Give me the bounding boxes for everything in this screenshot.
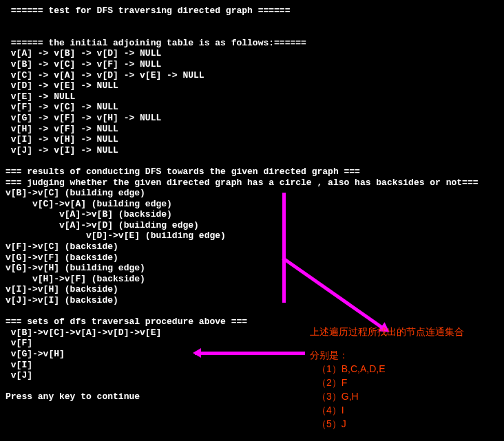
dfs-line: v[C]->v[A] (building edge) bbox=[6, 199, 504, 210]
set-row: v[J] bbox=[6, 370, 504, 381]
annotation-item: （3）G,H bbox=[317, 391, 359, 402]
dfs-line: v[F]->v[C] (backside) bbox=[6, 241, 504, 252]
adj-row: v[H] -> v[F] -> NULL bbox=[6, 124, 504, 135]
adj-header: ====== the initial adjoining table is as… bbox=[6, 38, 504, 49]
adj-row: v[J] -> v[I] -> NULL bbox=[6, 145, 504, 156]
set-row: v[F] bbox=[6, 338, 504, 349]
blank bbox=[6, 27, 504, 38]
set-row: v[I] bbox=[6, 360, 504, 371]
arrow-icon bbox=[195, 352, 305, 355]
adj-row: v[B] -> v[C] -> v[F] -> NULL bbox=[6, 59, 504, 70]
adj-row: v[I] -> v[H] -> NULL bbox=[6, 134, 504, 145]
adj-row: v[C] -> v[A] -> v[D] -> v[E] -> NULL bbox=[6, 70, 504, 81]
title: ====== test for DFS traversing directed … bbox=[6, 6, 504, 17]
adj-row: v[G] -> v[F] -> v[H] -> NULL bbox=[6, 113, 504, 124]
annotation-item: （2）F bbox=[317, 377, 347, 389]
dfs-header: === judging whether the given directed g… bbox=[6, 178, 504, 189]
dfs-line: v[H]->v[F] (backside) bbox=[6, 274, 504, 285]
dfs-line: v[G]->v[H] (building edge) bbox=[6, 263, 504, 274]
blank bbox=[6, 381, 504, 392]
annotation-sub: 分别是： bbox=[310, 349, 348, 361]
dfs-line: v[B]->v[C] (building edge) bbox=[6, 188, 504, 199]
dfs-line: v[G]->v[F] (backside) bbox=[6, 252, 504, 263]
dfs-line: v[A]->v[D] (building edge) bbox=[6, 220, 504, 231]
adj-row: v[A] -> v[B] -> v[D] -> NULL bbox=[6, 48, 504, 59]
adj-row: v[F] -> v[C] -> NULL bbox=[6, 102, 504, 113]
continue-prompt[interactable]: Press any key to continue bbox=[6, 391, 504, 402]
annotation-item: （4）I bbox=[317, 405, 344, 416]
dfs-header: === results of conducting DFS towards th… bbox=[6, 166, 504, 178]
adj-row: v[D] -> v[E] -> NULL bbox=[6, 80, 504, 92]
blank bbox=[6, 17, 504, 28]
annotation-head: 上述遍历过程所找出的节点连通集合 bbox=[310, 326, 464, 338]
annotation-item: （5）J bbox=[317, 418, 346, 430]
adj-row: v[E] -> NULL bbox=[6, 92, 504, 103]
annotation-item: （1）B,C,A,D,E bbox=[317, 363, 386, 375]
dfs-line: v[I]->v[H] (backside) bbox=[6, 284, 504, 295]
dfs-line: v[A]->v[B] (backside) bbox=[6, 209, 504, 220]
blank bbox=[6, 155, 504, 166]
dfs-line: v[D]->v[E] (building edge) bbox=[6, 230, 504, 241]
dfs-line: v[J]->v[I] (backside) bbox=[6, 295, 504, 306]
arrow-icon bbox=[282, 193, 286, 303]
blank bbox=[6, 306, 504, 317]
